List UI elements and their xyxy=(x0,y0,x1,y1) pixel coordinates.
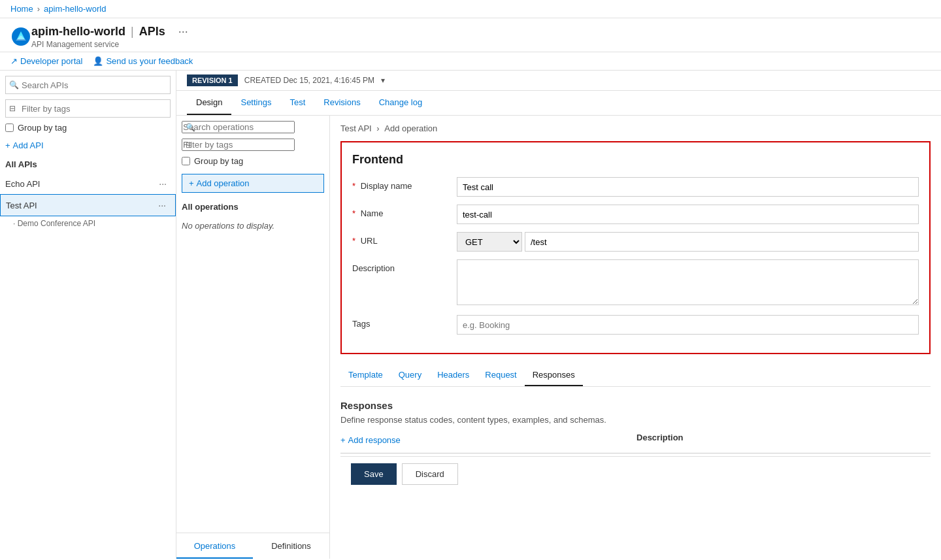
sidebar-item-test-api[interactable]: Test API ··· xyxy=(0,194,176,216)
save-button[interactable]: Save xyxy=(351,463,397,485)
name-row: * Name xyxy=(352,205,919,224)
ops-bottom-tabs: Operations Definitions xyxy=(176,533,329,559)
left-sidebar: 🔍 ⊟ Group by tag + Add API All APIs Echo… xyxy=(0,71,176,559)
external-link-icon: ↗ xyxy=(10,56,18,66)
ops-bottom-nav: Operations Definitions xyxy=(176,533,329,559)
ops-group-by-tag-row: Group by tag xyxy=(176,154,329,169)
responses-section: Responses Define response status codes, … xyxy=(340,397,931,456)
form-breadcrumb-api: Test API xyxy=(340,124,372,133)
content-area: 🔍 ⊟ Group by tag + Add operation xyxy=(176,116,941,559)
description-row: Description xyxy=(352,259,919,307)
revision-dropdown-button[interactable]: ▾ xyxy=(381,76,385,85)
title-divider: | xyxy=(131,25,134,39)
name-input[interactable] xyxy=(457,205,919,224)
tags-row: Tags xyxy=(352,315,919,335)
add-operation-button[interactable]: + Add operation xyxy=(182,174,324,193)
revision-info: CREATED Dec 15, 2021, 4:16:45 PM xyxy=(244,76,374,85)
add-api-button[interactable]: + Add API xyxy=(0,135,176,156)
breadcrumb-home[interactable]: Home xyxy=(10,4,33,14)
developer-portal-link[interactable]: ↗ Developer portal xyxy=(10,56,82,66)
description-control xyxy=(457,259,919,307)
add-response-icon: + xyxy=(340,435,346,445)
group-by-tag-checkbox[interactable] xyxy=(5,124,14,132)
service-name: apim-hello-world xyxy=(31,25,125,39)
add-response-button[interactable]: + Add response xyxy=(340,433,401,448)
url-method-select[interactable]: GET POST PUT DELETE PATCH HEAD OPTIONS T… xyxy=(457,232,522,252)
url-label: * URL xyxy=(352,232,457,246)
feedback-link[interactable]: 👤 Send us your feedback xyxy=(93,56,193,66)
filter-apis-input[interactable] xyxy=(5,99,171,118)
more-options-button[interactable]: ··· xyxy=(174,24,192,40)
sub-tab-query[interactable]: Query xyxy=(391,365,429,386)
action-bar: ↗ Developer portal 👤 Send us your feedba… xyxy=(0,52,941,71)
form-breadcrumb: Test API › Add operation xyxy=(340,124,931,133)
tab-settings[interactable]: Settings xyxy=(231,91,280,115)
ops-search-wrapper: 🔍 xyxy=(176,116,329,139)
form-panel: Test API › Add operation Frontend * Disp… xyxy=(330,116,941,559)
demo-conference-bullet: · xyxy=(13,219,15,228)
display-name-row: * Display name xyxy=(352,177,919,197)
page-header: apim-hello-world | APIs ··· API Manageme… xyxy=(0,18,941,52)
group-by-tag-checkbox-row: Group by tag xyxy=(0,120,176,135)
sub-tabs: Template Query Headers Request Responses xyxy=(340,365,931,387)
all-operations-label: All operations xyxy=(176,198,329,216)
ops-tab-definitions[interactable]: Definitions xyxy=(253,533,329,559)
all-apis-label: All APIs xyxy=(0,156,176,173)
add-operation-icon: + xyxy=(189,178,194,188)
description-input[interactable] xyxy=(457,259,919,305)
discard-button[interactable]: Discard xyxy=(402,463,458,485)
display-name-control xyxy=(457,177,919,197)
ops-empty-message: No operations to display. xyxy=(176,216,329,236)
page-title-block: apim-hello-world | APIs ··· API Manageme… xyxy=(31,24,192,49)
tab-changelog[interactable]: Change log xyxy=(370,91,432,115)
search-apis-input[interactable] xyxy=(5,76,171,94)
sub-tab-template[interactable]: Template xyxy=(340,365,391,386)
tab-revisions[interactable]: Revisions xyxy=(314,91,369,115)
filter-ops-wrap: ⊟ xyxy=(182,139,324,151)
section-name: APIs xyxy=(139,25,165,39)
test-api-more-button[interactable]: ··· xyxy=(154,199,170,212)
responses-description-col: Description xyxy=(401,433,684,448)
url-path-input[interactable] xyxy=(525,232,919,252)
form-breadcrumb-page: Add operation xyxy=(384,124,437,133)
add-api-icon: + xyxy=(5,140,10,150)
demo-conference-name: Demo Conference API xyxy=(18,219,95,228)
sub-tab-headers[interactable]: Headers xyxy=(429,365,477,386)
search-apis-wrap: 🔍 xyxy=(5,76,171,94)
operations-panel: 🔍 ⊟ Group by tag + Add operation xyxy=(176,116,330,559)
ops-filter-wrapper: ⊟ xyxy=(176,139,329,154)
sidebar-filter-wrapper: ⊟ xyxy=(0,99,176,120)
responses-desc: Define response status codes, content ty… xyxy=(340,415,931,425)
url-row: * URL GET POST PUT DELETE PATCH xyxy=(352,232,919,252)
sidebar-item-demo-conference-api[interactable]: · Demo Conference API xyxy=(0,216,176,231)
display-name-label: * Display name xyxy=(352,177,457,191)
filter-operations-input[interactable] xyxy=(182,139,295,151)
test-api-name: Test API xyxy=(6,201,37,210)
display-name-input[interactable] xyxy=(457,177,919,197)
tags-label: Tags xyxy=(352,315,457,329)
sidebar-item-echo-api[interactable]: Echo API ··· xyxy=(0,173,176,194)
filter-apis-wrap: ⊟ xyxy=(5,99,171,118)
tab-test[interactable]: Test xyxy=(280,91,314,115)
group-by-tag-label: Group by tag xyxy=(18,123,67,133)
sub-tab-request[interactable]: Request xyxy=(477,365,524,386)
search-operations-input[interactable] xyxy=(182,121,295,133)
main-layout: 🔍 ⊟ Group by tag + Add API All APIs Echo… xyxy=(0,71,941,559)
feedback-icon: 👤 xyxy=(93,56,103,66)
search-ops-icon: 🔍 xyxy=(186,123,195,132)
ops-group-by-tag-checkbox[interactable] xyxy=(182,157,190,165)
ops-tab-operations[interactable]: Operations xyxy=(176,533,253,559)
echo-api-more-button[interactable]: ··· xyxy=(155,177,171,190)
form-breadcrumb-sep: › xyxy=(376,124,382,133)
page-subtitle: API Management service xyxy=(31,40,192,49)
tab-design[interactable]: Design xyxy=(187,91,231,115)
tags-input[interactable] xyxy=(457,315,919,335)
ops-group-by-tag-label: Group by tag xyxy=(194,156,243,166)
responses-header-row: + Add response Description xyxy=(340,433,931,453)
save-bar: Save Discard xyxy=(340,456,931,491)
filter-apis-icon: ⊟ xyxy=(9,104,16,113)
main-tabs: Design Settings Test Revisions Change lo… xyxy=(176,91,941,116)
breadcrumb-service[interactable]: apim-hello-world xyxy=(44,4,106,14)
search-ops-wrap: 🔍 xyxy=(182,121,324,133)
sub-tab-responses[interactable]: Responses xyxy=(525,365,583,386)
